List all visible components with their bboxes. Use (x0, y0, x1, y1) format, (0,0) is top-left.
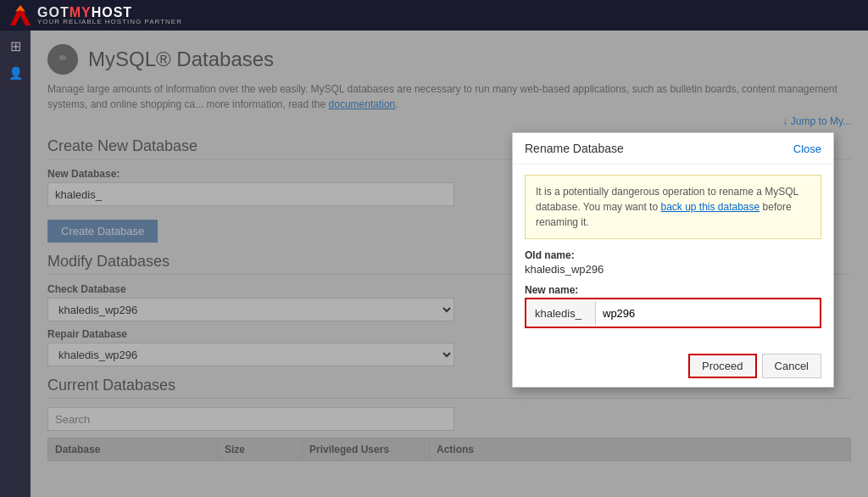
rename-database-modal: Rename Database Close It is a potentiall… (512, 132, 834, 388)
new-name-row: khaledis_ (525, 298, 821, 328)
proceed-button[interactable]: Proceed (688, 354, 756, 378)
backup-link[interactable]: back up this database (660, 201, 760, 213)
cancel-button[interactable]: Cancel (762, 354, 821, 378)
old-name-label: Old name: (525, 249, 821, 261)
logo-icon (8, 3, 32, 27)
logo-tagline: YOUR RELIABLE HOSTING PARTNER (37, 19, 182, 25)
logo-text: GOTMYHOST YOUR RELIABLE HOSTING PARTNER (37, 5, 182, 25)
warning-box: It is a potentially dangerous operation … (525, 175, 821, 239)
sidebar-grid-icon[interactable]: ⊞ (7, 37, 24, 54)
modal-header: Rename Database Close (513, 133, 833, 165)
modal-body: It is a potentially dangerous operation … (513, 165, 833, 345)
new-name-group: New name: khaledis_ (525, 284, 821, 328)
new-name-label: New name: (525, 284, 821, 296)
main-content: MySQL® Databases Manage large amounts of… (31, 31, 868, 497)
layout: ⊞ 👤 MySQL® Databases Manage large amount… (0, 31, 868, 497)
modal-close-button[interactable]: Close (793, 142, 821, 155)
modal-title: Rename Database (525, 142, 624, 155)
sidebar-user-icon[interactable]: 👤 (7, 64, 24, 81)
old-name-value: khaledis_wp296 (525, 263, 821, 276)
logo-area: GOTMYHOST YOUR RELIABLE HOSTING PARTNER (8, 3, 182, 27)
old-name-group: Old name: khaledis_wp296 (525, 249, 821, 276)
modal-footer: Proceed Cancel (513, 345, 833, 387)
new-name-input[interactable] (596, 301, 818, 325)
new-name-prefix: khaledis_ (528, 301, 596, 325)
modal-overlay: Rename Database Close It is a potentiall… (31, 31, 868, 497)
sidebar: ⊞ 👤 (0, 31, 31, 497)
top-nav: GOTMYHOST YOUR RELIABLE HOSTING PARTNER (0, 0, 868, 31)
